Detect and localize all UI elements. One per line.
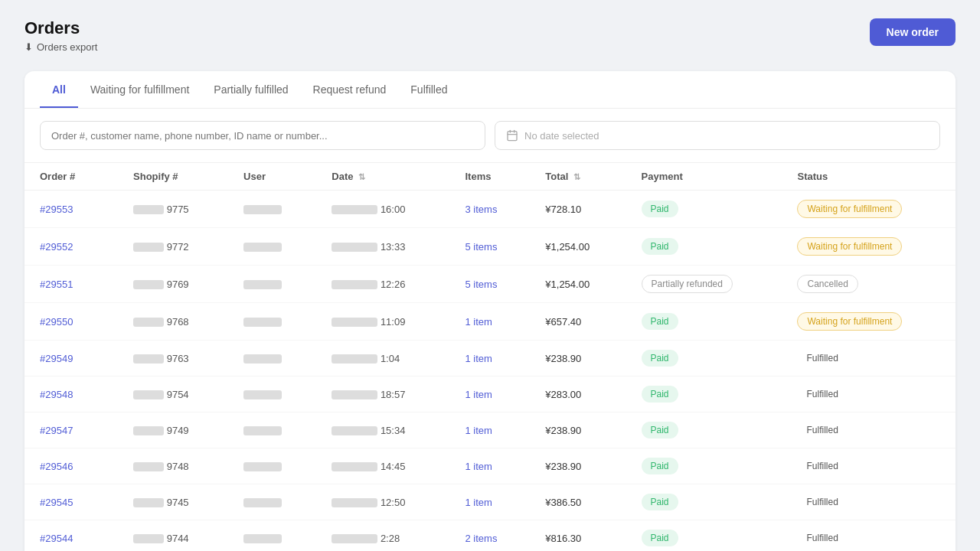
tab-waiting-for-fulfillment[interactable]: Waiting for fulfillment xyxy=(78,71,201,108)
user-cell xyxy=(228,377,316,412)
total-cell: ¥728.10 xyxy=(530,191,626,228)
shopify-number: 9769 xyxy=(118,266,228,303)
col-payment: Payment xyxy=(626,163,782,191)
shopify-number: 9768 xyxy=(118,303,228,341)
user-cell xyxy=(228,303,316,341)
user-cell xyxy=(228,228,316,266)
user-cell xyxy=(228,448,316,484)
date-cell: 2:28 xyxy=(316,520,449,552)
items-link[interactable]: 5 items xyxy=(466,241,498,253)
table-row: #29546 9748 14:451 item¥238.90PaidFulfil… xyxy=(24,448,956,484)
items-link[interactable]: 2 items xyxy=(466,533,498,544)
items-cell: 5 items xyxy=(450,266,531,303)
items-cell: 1 item xyxy=(450,412,531,448)
items-link[interactable]: 1 item xyxy=(466,425,492,436)
search-input[interactable] xyxy=(40,121,485,150)
total-cell: ¥283.00 xyxy=(530,377,626,412)
user-cell xyxy=(228,484,316,520)
status-cell: Fulfilled xyxy=(782,484,956,520)
order-link[interactable]: #29552 xyxy=(40,241,73,253)
tab-request-refund[interactable]: Request refund xyxy=(301,71,399,108)
tab-all[interactable]: All xyxy=(40,71,78,108)
col-total[interactable]: Total ⇅ xyxy=(530,163,626,191)
status-cell: Fulfilled xyxy=(782,412,956,448)
col-shopify: Shopify # xyxy=(118,163,228,191)
user-cell xyxy=(228,266,316,303)
date-cell: 15:34 xyxy=(316,412,449,448)
order-link[interactable]: #29545 xyxy=(40,497,73,508)
order-link[interactable]: #29550 xyxy=(40,316,73,328)
shopify-number: 9754 xyxy=(118,377,228,412)
items-link[interactable]: 1 item xyxy=(466,316,492,328)
order-link[interactable]: #29549 xyxy=(40,353,73,364)
order-link[interactable]: #29546 xyxy=(40,461,73,472)
page-header: Orders ⬇ Orders export New order xyxy=(24,18,956,53)
page-title: Orders xyxy=(24,18,97,38)
total-cell: ¥386.50 xyxy=(530,484,626,520)
status-badge: Fulfilled xyxy=(797,386,847,403)
user-cell xyxy=(228,520,316,552)
date-picker[interactable]: No date selected xyxy=(495,121,940,150)
total-cell: ¥238.90 xyxy=(530,448,626,484)
table-row: #29544 9744 2:282 items¥816.30PaidFulfil… xyxy=(24,520,956,552)
items-cell: 5 items xyxy=(450,228,531,266)
items-cell: 3 items xyxy=(450,191,531,228)
table-row: #29549 9763 1:041 item¥238.90PaidFulfill… xyxy=(24,341,956,377)
tab-partially-fulfilled[interactable]: Partially fulfilled xyxy=(201,71,300,108)
payment-badge: Paid xyxy=(642,313,678,330)
table-row: #29548 9754 18:571 item¥283.00PaidFulfil… xyxy=(24,377,956,412)
status-cell: Cancelled xyxy=(782,266,956,303)
items-link[interactable]: 3 items xyxy=(466,204,498,215)
export-link[interactable]: ⬇ Orders export xyxy=(24,41,97,53)
new-order-button[interactable]: New order xyxy=(870,18,956,46)
table-row: #29551 9769 12:265 items¥1,254.00Partial… xyxy=(24,266,956,303)
shopify-number: 9763 xyxy=(118,341,228,377)
table-row: #29552 9772 13:335 items¥1,254.00PaidWai… xyxy=(24,228,956,266)
order-link[interactable]: #29553 xyxy=(40,204,73,215)
status-badge: Waiting for fulfillment xyxy=(797,237,902,256)
order-link[interactable]: #29548 xyxy=(40,389,73,400)
items-link[interactable]: 1 item xyxy=(466,497,492,508)
total-cell: ¥1,254.00 xyxy=(530,228,626,266)
tabs-bar: AllWaiting for fulfillmentPartially fulf… xyxy=(24,71,956,109)
status-badge: Waiting for fulfillment xyxy=(797,312,902,331)
payment-badge: Partially refunded xyxy=(642,275,733,293)
order-link[interactable]: #29547 xyxy=(40,425,73,436)
items-link[interactable]: 1 item xyxy=(466,389,492,400)
total-cell: ¥1,254.00 xyxy=(530,266,626,303)
status-cell: Waiting for fulfillment xyxy=(782,303,956,341)
order-link[interactable]: #29551 xyxy=(40,279,73,290)
shopify-number: 9775 xyxy=(118,191,228,228)
total-cell: ¥238.90 xyxy=(530,341,626,377)
status-badge: Fulfilled xyxy=(797,530,847,546)
svg-rect-0 xyxy=(508,132,517,141)
items-link[interactable]: 1 item xyxy=(466,353,492,364)
items-link[interactable]: 1 item xyxy=(466,461,492,472)
tab-fulfilled[interactable]: Fulfilled xyxy=(398,71,459,108)
col-date[interactable]: Date ⇅ xyxy=(316,163,449,191)
payment-badge: Paid xyxy=(642,494,678,510)
shopify-number: 9772 xyxy=(118,228,228,266)
date-cell: 12:50 xyxy=(316,484,449,520)
payment-cell: Paid xyxy=(626,520,782,552)
date-cell: 1:04 xyxy=(316,341,449,377)
items-cell: 1 item xyxy=(450,377,531,412)
user-cell xyxy=(228,191,316,228)
shopify-number: 9744 xyxy=(118,520,228,552)
items-link[interactable]: 5 items xyxy=(466,279,498,290)
status-badge: Cancelled xyxy=(797,275,858,293)
status-badge: Fulfilled xyxy=(797,494,847,510)
date-cell: 11:09 xyxy=(316,303,449,341)
calendar-icon xyxy=(506,129,518,142)
payment-cell: Paid xyxy=(626,341,782,377)
status-badge: Fulfilled xyxy=(797,350,847,367)
items-cell: 1 item xyxy=(450,484,531,520)
col-order: Order # xyxy=(24,163,118,191)
order-link[interactable]: #29544 xyxy=(40,533,73,544)
filters-bar: No date selected xyxy=(24,109,956,163)
payment-badge: Paid xyxy=(642,458,678,474)
status-cell: Fulfilled xyxy=(782,377,956,412)
items-cell: 1 item xyxy=(450,448,531,484)
user-cell xyxy=(228,341,316,377)
items-cell: 2 items xyxy=(450,520,531,552)
